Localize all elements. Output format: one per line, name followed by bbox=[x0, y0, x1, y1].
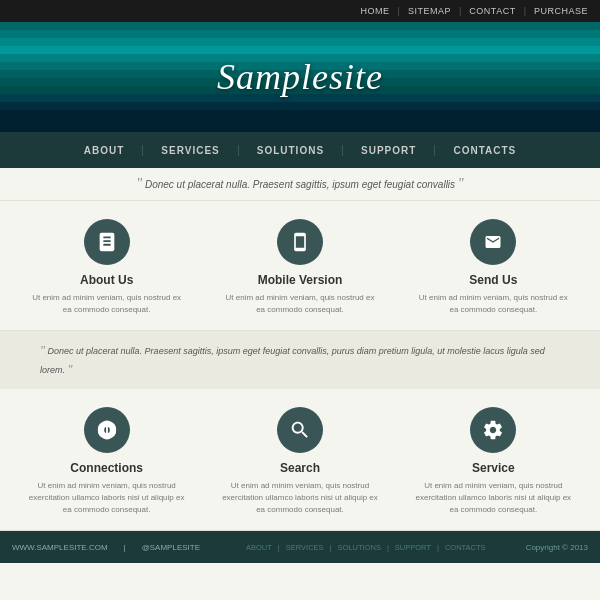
features-section-1: About Us Ut enim ad minim veniam, quis n… bbox=[0, 201, 600, 331]
search-icon bbox=[277, 407, 323, 453]
footer-nav-solutions[interactable]: SOLUTIONS bbox=[338, 543, 381, 552]
footer-nav-sep2: | bbox=[330, 543, 332, 552]
topbar-home-link[interactable]: HOME bbox=[361, 6, 390, 16]
feature-connections: Connections Ut enim ad minim veniam, qui… bbox=[27, 407, 187, 516]
feature-send-us-desc: Ut enim ad minim veniam, quis nostrud ex… bbox=[413, 292, 573, 316]
feature-mobile: Mobile Version Ut enim ad minim veniam, … bbox=[220, 219, 380, 316]
topbar-sitemap-link[interactable]: SITEMAP bbox=[408, 6, 451, 16]
nav-support[interactable]: SUPPORT bbox=[343, 145, 435, 156]
about-us-icon bbox=[84, 219, 130, 265]
close-quote: " bbox=[458, 176, 464, 191]
service-icon bbox=[470, 407, 516, 453]
footer-nav-sep4: | bbox=[437, 543, 439, 552]
features-section-2: Connections Ut enim ad minim veniam, qui… bbox=[0, 389, 600, 531]
footer: WWW.SAMPLESITE.COM | @SAMPLESITE ABOUT |… bbox=[0, 531, 600, 563]
nav-solutions[interactable]: SOLUTIONS bbox=[239, 145, 343, 156]
feature-mobile-desc: Ut enim ad minim veniam, quis nostrud ex… bbox=[220, 292, 380, 316]
footer-nav-sep3: | bbox=[387, 543, 389, 552]
connections-icon bbox=[84, 407, 130, 453]
feature-connections-desc: Ut enim ad minim veniam, quis nostrud ex… bbox=[27, 480, 187, 516]
hero-banner: Samplesite bbox=[0, 22, 600, 132]
open-quote: " bbox=[136, 176, 142, 191]
quote-text-2: Donec ut placerat nulla. Praesent sagitt… bbox=[40, 346, 545, 375]
nav-about[interactable]: ABOUT bbox=[66, 145, 144, 156]
footer-nav: ABOUT | SERVICES | SOLUTIONS | SUPPORT |… bbox=[246, 543, 486, 552]
feature-about-us-desc: Ut enim ad minim veniam, quis nostrud ex… bbox=[27, 292, 187, 316]
open-quote-2: " bbox=[40, 343, 45, 357]
feature-service: Service Ut enim ad minim veniam, quis no… bbox=[413, 407, 573, 516]
footer-nav-support[interactable]: SUPPORT bbox=[395, 543, 431, 552]
footer-sep: | bbox=[124, 543, 126, 552]
top-bar: HOME | SITEMAP | CONTACT | PURCHASE bbox=[0, 0, 600, 22]
footer-nav-contacts[interactable]: CONTACTS bbox=[445, 543, 486, 552]
footer-site-url[interactable]: WWW.SAMPLESITE.COM bbox=[12, 543, 108, 552]
topbar-purchase-link[interactable]: PURCHASE bbox=[534, 6, 588, 16]
feature-search: Search Ut enim ad minim veniam, quis nos… bbox=[220, 407, 380, 516]
footer-nav-sep1: | bbox=[278, 543, 280, 552]
feature-service-title: Service bbox=[413, 461, 573, 475]
nav-services[interactable]: SERVICES bbox=[143, 145, 238, 156]
feature-connections-title: Connections bbox=[27, 461, 187, 475]
topbar-sep2: | bbox=[459, 6, 461, 16]
feature-search-title: Search bbox=[220, 461, 380, 475]
footer-nav-services[interactable]: SERVICES bbox=[286, 543, 324, 552]
feature-about-us: About Us Ut enim ad minim veniam, quis n… bbox=[27, 219, 187, 316]
mobile-icon bbox=[277, 219, 323, 265]
feature-service-desc: Ut enim ad minim veniam, quis nostrud ex… bbox=[413, 480, 573, 516]
topbar-sep1: | bbox=[398, 6, 400, 16]
topbar-sep3: | bbox=[524, 6, 526, 16]
quote-bar-2: " Donec ut placerat nulla. Praesent sagi… bbox=[0, 331, 600, 389]
footer-left: WWW.SAMPLESITE.COM | @SAMPLESITE bbox=[12, 543, 206, 552]
quote-bar-1: " Donec ut placerat nulla. Praesent sagi… bbox=[0, 168, 600, 201]
feature-mobile-title: Mobile Version bbox=[220, 273, 380, 287]
send-us-icon bbox=[470, 219, 516, 265]
feature-about-us-title: About Us bbox=[27, 273, 187, 287]
footer-copyright: Copyright © 2013 bbox=[526, 543, 588, 552]
nav-contacts[interactable]: CONTACTS bbox=[435, 145, 534, 156]
feature-search-desc: Ut enim ad minim veniam, quis nostrud ex… bbox=[220, 480, 380, 516]
footer-nav-about[interactable]: ABOUT bbox=[246, 543, 272, 552]
quote-text-1: Donec ut placerat nulla. Praesent sagitt… bbox=[145, 179, 455, 190]
feature-send-us-title: Send Us bbox=[413, 273, 573, 287]
site-title: Samplesite bbox=[217, 56, 383, 98]
topbar-contact-link[interactable]: CONTACT bbox=[469, 6, 515, 16]
main-nav: ABOUT SERVICES SOLUTIONS SUPPORT CONTACT… bbox=[0, 132, 600, 168]
feature-send-us: Send Us Ut enim ad minim veniam, quis no… bbox=[413, 219, 573, 316]
close-quote-2: " bbox=[68, 362, 73, 376]
footer-social[interactable]: @SAMPLESITE bbox=[142, 543, 200, 552]
